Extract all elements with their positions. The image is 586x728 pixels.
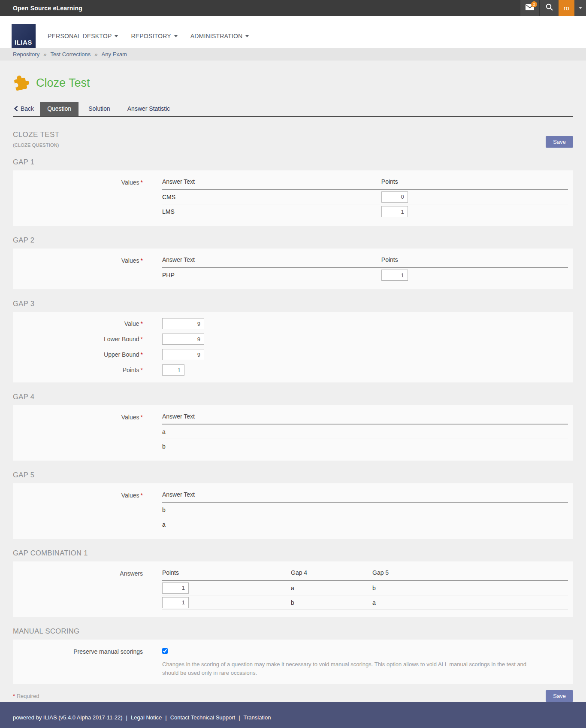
answer-text: b — [162, 443, 381, 450]
table-header: Answer Text Points — [162, 255, 568, 268]
back-button[interactable]: Back — [13, 102, 40, 116]
column-points: Points — [381, 256, 568, 263]
field-label: Upper Bound* — [13, 351, 162, 358]
back-label: Back — [21, 105, 34, 112]
table-header: Answer Text Points — [162, 176, 568, 190]
answer-text: a — [162, 428, 381, 435]
top-bar: Open Source eLearning 2 ro — [0, 0, 586, 16]
tab-answer-statistic[interactable]: Answer Statistic — [120, 102, 178, 116]
upper-bound-input[interactable] — [162, 349, 204, 360]
value-input[interactable] — [162, 318, 204, 329]
powered-by-text: powered by ILIAS (v5.4.0 Alpha 2017-11-2… — [13, 714, 123, 721]
lower-bound-input[interactable] — [162, 334, 204, 345]
table-header: Answer Text — [162, 411, 568, 425]
answer-text: PHP — [162, 272, 381, 279]
save-button-bottom[interactable]: Save — [546, 690, 573, 702]
preserve-manual-scorings-checkbox[interactable] — [162, 648, 168, 654]
form-footer: * Required Save — [13, 690, 573, 702]
preserve-scorings-row: Preserve manual scorings Changes in the … — [13, 646, 568, 677]
breadcrumb-any-exam[interactable]: Any Exam — [102, 51, 127, 58]
required-asterisk: * — [13, 693, 15, 699]
footer-separator: | — [165, 714, 166, 721]
table-header: Points Gap 4 Gap 5 — [162, 567, 568, 581]
title-row: Cloze Test — [13, 74, 573, 91]
breadcrumb-repository[interactable]: Repository — [13, 51, 39, 58]
column-gap4: Gap 4 — [291, 569, 372, 576]
required-asterisk: * — [141, 351, 143, 358]
field-label: Answers — [13, 567, 162, 610]
required-asterisk: * — [141, 320, 143, 327]
section-gap-combination-1: GAP COMBINATION 1 Answers Points Gap 4 G… — [13, 549, 573, 617]
column-points: Points — [162, 569, 291, 576]
table-row: PHP — [162, 268, 568, 282]
answer-text: CMS — [162, 194, 381, 200]
user-menu-button[interactable] — [574, 0, 586, 16]
answer-text: LMS — [162, 208, 381, 215]
points-input[interactable] — [381, 191, 408, 203]
section-title: GAP 1 — [13, 158, 573, 166]
points-input[interactable] — [162, 582, 189, 594]
section-block: Values* Answer Text Points PHP — [13, 249, 573, 289]
save-button-top[interactable]: Save — [546, 136, 573, 148]
nav-item-label: REPOSITORY — [131, 33, 171, 39]
search-icon — [546, 3, 553, 12]
chevron-left-icon — [14, 106, 18, 111]
chevron-down-icon — [174, 35, 178, 37]
section-title: MANUAL SCORING — [13, 627, 573, 635]
points-input[interactable] — [162, 364, 184, 376]
tab-solution[interactable]: Solution — [81, 102, 118, 116]
avatar[interactable]: ro — [559, 0, 574, 16]
gap5-value: a — [372, 599, 568, 606]
points-input[interactable] — [381, 206, 408, 217]
section-title: GAP 4 — [13, 393, 573, 401]
answers-table: Answer Text a b — [162, 411, 568, 454]
column-points: Points — [381, 178, 568, 185]
tab-question[interactable]: Question — [40, 102, 79, 116]
breadcrumb-separator: » — [94, 51, 97, 58]
footer-link-translation[interactable]: Translation — [244, 714, 271, 721]
main-nav: PERSONAL DESKTOP REPOSITORY ADMINISTRATI… — [48, 33, 249, 39]
lower-bound-field-row: Lower Bound* — [13, 334, 568, 345]
section-block: Values* Answer Text b a — [13, 483, 573, 539]
topbar-controls: 2 ro — [520, 0, 586, 16]
section-block: Values* Answer Text Points CMS LMS — [13, 170, 573, 226]
points-input[interactable] — [381, 270, 408, 281]
required-asterisk: * — [141, 257, 143, 264]
chevron-down-icon — [245, 35, 249, 37]
search-button[interactable] — [539, 0, 559, 16]
table-row: CMS — [162, 190, 568, 204]
required-asterisk: * — [141, 492, 143, 499]
field-label: Values* — [13, 489, 162, 532]
table-row: b — [162, 503, 568, 517]
section-title: GAP 5 — [13, 471, 573, 479]
section-block: Preserve manual scorings Changes in the … — [13, 640, 573, 684]
nav-repository[interactable]: REPOSITORY — [131, 33, 177, 39]
chevron-down-icon — [115, 35, 118, 37]
column-answer-text: Answer Text — [162, 413, 381, 420]
section-gap-2: GAP 2 Values* Answer Text Points PHP — [13, 236, 573, 289]
ilias-logo[interactable]: ILIAS — [12, 24, 36, 48]
required-asterisk: * — [141, 179, 143, 186]
nav-personal-desktop[interactable]: PERSONAL DESKTOP — [48, 33, 118, 39]
mail-button[interactable]: 2 — [520, 0, 539, 16]
tab-bar: Back Question Solution Answer Statistic — [13, 102, 573, 117]
breadcrumb-separator: » — [43, 51, 46, 58]
breadcrumb-test-corrections[interactable]: Test Corrections — [50, 51, 91, 58]
breadcrumb: Repository » Test Corrections » Any Exam — [0, 48, 586, 61]
footer-link-legal-notice[interactable]: Legal Notice — [131, 714, 162, 721]
table-row: b a — [162, 595, 568, 610]
answers-row: Answers Points Gap 4 Gap 5 a b — [13, 567, 568, 610]
field-label: Lower Bound* — [13, 336, 162, 343]
nav-administration[interactable]: ADMINISTRATION — [190, 33, 249, 39]
footer-separator: | — [126, 714, 127, 721]
gap4-value: a — [291, 585, 372, 592]
points-input[interactable] — [162, 597, 189, 608]
puzzle-icon — [11, 73, 31, 93]
form-title: CLOZE TEST — [13, 130, 60, 139]
upper-bound-field-row: Upper Bound* — [13, 349, 568, 360]
gap5-value: b — [372, 585, 568, 592]
footer-link-contact-support[interactable]: Contact Technical Support — [170, 714, 236, 721]
app-title: Open Source eLearning — [13, 5, 82, 12]
table-row: b — [162, 439, 568, 454]
field-label: Values* — [13, 411, 162, 454]
